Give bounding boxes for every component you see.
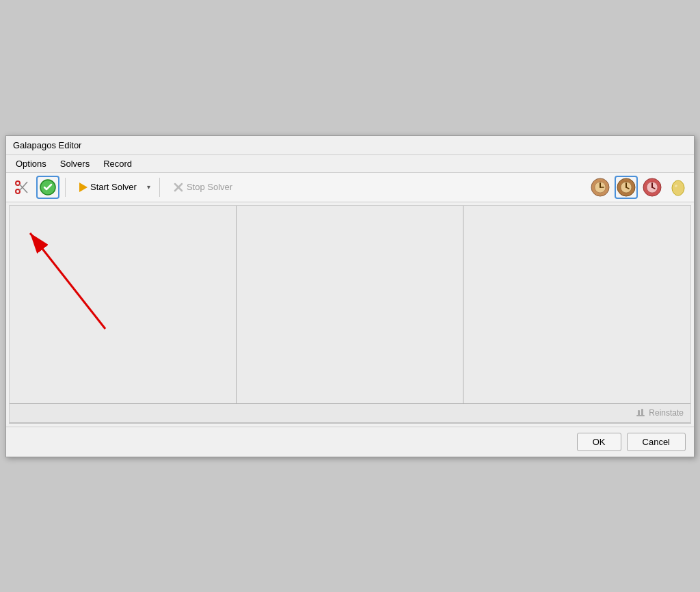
svg-point-21 (672, 180, 684, 196)
footer: OK Cancel (6, 427, 694, 457)
start-solver-label: Start Solver (90, 182, 137, 192)
ok-button[interactable]: OK (577, 433, 621, 451)
reinstate-bar: Reinstate (10, 404, 690, 423)
menu-solvers[interactable]: Solvers (55, 157, 95, 171)
svg-rect-25 (636, 415, 645, 416)
menu-options[interactable]: Options (10, 157, 52, 171)
x-icon (173, 182, 184, 193)
svg-line-4 (23, 182, 27, 187)
top-panels (10, 206, 690, 404)
start-solver-group: Start Solver ▾ (71, 178, 154, 196)
menu-record[interactable]: Record (98, 157, 137, 171)
egg-icon (669, 178, 688, 197)
menu-bar: Options Solvers Record (6, 155, 694, 173)
main-content: Reinstate (9, 205, 691, 424)
icon-btn-eye1[interactable] (589, 176, 612, 199)
play-icon (79, 183, 88, 192)
main-window: Galapagos Editor Options Solvers Record (5, 135, 695, 457)
title-bar: Galapagos Editor (6, 136, 694, 155)
eye-clock-icon-1 (591, 178, 610, 197)
separator-1 (65, 178, 66, 197)
stop-solver-label: Stop Solver (187, 182, 232, 192)
toolbar-right (589, 176, 690, 199)
cancel-button[interactable]: Cancel (627, 433, 686, 451)
svg-rect-27 (641, 409, 643, 416)
annotation-arrow (16, 213, 126, 349)
eye-clock-icon-3 (643, 178, 662, 197)
fitness-icon (39, 178, 57, 196)
stop-solver-button[interactable]: Stop Solver (165, 178, 240, 196)
top-panel-2 (237, 206, 463, 403)
genome-icon (14, 179, 30, 196)
svg-rect-26 (638, 410, 640, 416)
toolbar: Start Solver ▾ Stop Solver (6, 173, 694, 202)
icon-btn-eye3[interactable] (641, 176, 664, 199)
top-panel-3 (463, 206, 690, 403)
reinstate-icon (635, 407, 646, 418)
reinstate-label[interactable]: Reinstate (649, 408, 684, 418)
tool-button-1[interactable] (10, 176, 33, 199)
top-panel-1 (10, 206, 237, 403)
tool-button-2[interactable] (36, 176, 59, 199)
separator-2 (159, 178, 160, 197)
window-title: Galapagos Editor (13, 140, 81, 150)
svg-line-3 (20, 187, 23, 191)
start-solver-button[interactable]: Start Solver (72, 178, 144, 196)
eye-clock-icon-2 (617, 178, 636, 197)
icon-btn-egg[interactable] (667, 176, 690, 199)
icon-btn-eye2[interactable] (615, 176, 638, 199)
svg-line-24 (30, 233, 105, 329)
start-solver-dropdown[interactable]: ▾ (144, 180, 153, 193)
